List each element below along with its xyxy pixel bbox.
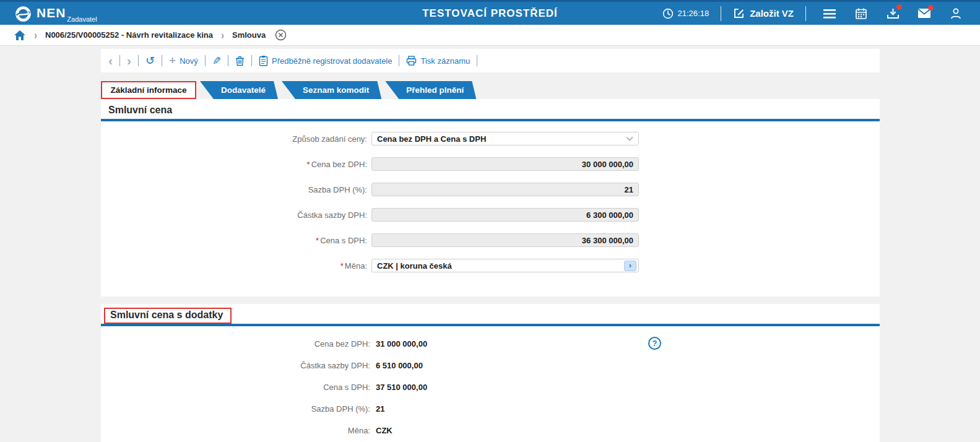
refresh-button[interactable]: ↺ xyxy=(145,55,155,66)
form-row-castka-sazby-dph: Částka sazby DPH: 6 300 000,00 xyxy=(101,208,880,222)
tab-dodavatele[interactable]: Dodavatelé xyxy=(200,81,278,99)
field-label: Měna: xyxy=(345,261,367,271)
hamburger-icon xyxy=(823,8,836,19)
required-asterisk: * xyxy=(340,261,344,271)
mena-lookup-field[interactable]: CZK | koruna česká › xyxy=(371,259,639,272)
form-row-cena-s-dph: *Cena s DPH: 36 300 000,00 xyxy=(101,233,880,247)
readonly-row-cena-bez-dph: Cena bez DPH: 31 000 000,00 xyxy=(101,339,880,349)
sazba-dph-field: 21 xyxy=(371,183,639,196)
downloads-button[interactable] xyxy=(881,7,904,20)
close-tab-icon[interactable] xyxy=(275,29,287,41)
castka-sazby-dph-field: 6 300 000,00 xyxy=(371,208,639,222)
calendar-button[interactable] xyxy=(849,7,873,20)
home-icon[interactable] xyxy=(14,30,26,41)
section-title-smluvni-cena: Smluvní cena xyxy=(108,105,172,115)
field-value: 6 510 000,00 xyxy=(376,361,423,370)
user-profile-button[interactable] xyxy=(944,7,968,20)
form-row-sazba-dph: Sazba DPH (%): 21 xyxy=(101,183,880,196)
refresh-icon: ↺ xyxy=(145,55,155,66)
create-vz-button[interactable]: Založit VZ xyxy=(733,7,794,19)
tab-zakladni-informace[interactable]: Základní informace xyxy=(101,81,196,99)
tab-bar: Základní informace Dodavatelé Seznam kom… xyxy=(101,81,880,99)
breadcrumb-item-smlouva[interactable]: Smlouva xyxy=(232,30,266,40)
cena-bez-dph-field: 30 000 000,00 xyxy=(371,157,639,171)
readonly-row-castka-sazby-dph: Částka sazby DPH: 6 510 000,00 xyxy=(101,360,880,370)
plus-icon: + xyxy=(169,56,176,66)
printer-icon xyxy=(406,56,417,66)
cena-s-dph-field: 36 300 000,00 xyxy=(371,233,639,247)
trash-icon xyxy=(235,56,245,66)
divider xyxy=(805,6,806,21)
messages-button[interactable] xyxy=(913,8,936,19)
tab-seznam-komodit[interactable]: Seznam komodit xyxy=(282,81,381,99)
app-subtitle: Zadavatel xyxy=(67,15,97,23)
divider xyxy=(721,6,721,21)
field-label: Cena s DPH: xyxy=(101,383,370,392)
top-header-bar: NEN Zadavatel TESTOVACÍ PROSTŘEDÍ 21:26:… xyxy=(0,0,980,25)
form-row-zpusob-zadani: Způsob zadání ceny: Cena bez DPH a Cena … xyxy=(101,132,880,145)
breadcrumb: › N006/25/V00005252 - Návrh revitalizace… xyxy=(0,25,980,46)
session-time: 21:26:18 xyxy=(662,8,709,19)
previous-record-button[interactable]: ‹ xyxy=(108,55,113,66)
menu-button[interactable] xyxy=(818,8,841,19)
field-label: Způsob zadání ceny: xyxy=(292,134,367,144)
required-asterisk: * xyxy=(307,160,310,169)
delete-button[interactable] xyxy=(235,56,245,66)
page-body: ‹ › ↺ + Nový ✎ Předběžn xyxy=(0,49,980,442)
help-icon[interactable]: ? xyxy=(648,337,661,350)
breadcrumb-item-procedure[interactable]: N006/25/V00005252 - Návrh revitalizace k… xyxy=(45,30,213,40)
nen-logo[interactable]: NEN Zadavatel xyxy=(0,5,210,22)
new-record-button[interactable]: + Nový xyxy=(169,56,198,66)
nen-logo-icon xyxy=(15,6,32,22)
clipboard-icon xyxy=(259,55,268,66)
print-record-button[interactable]: Tisk záznamu xyxy=(406,56,470,66)
open-lookup-button[interactable]: › xyxy=(624,261,636,271)
section-title-smluvni-cena-s-dodatky: Smluvní cena s dodatky xyxy=(104,308,232,324)
record-toolbar: ‹ › ↺ + Nový ✎ Předběžn xyxy=(101,49,880,72)
preregister-supplier-button[interactable]: Předběžně registrovat dodavatele xyxy=(259,55,392,66)
download-notification-badge xyxy=(896,4,902,10)
field-label: Částka sazby DPH: xyxy=(297,210,367,220)
field-label: Částka sazby DPH: xyxy=(101,361,370,370)
field-label: Cena bez DPH: xyxy=(101,339,370,349)
section-smluvni-cena: Smluvní cena Způsob zadání ceny: Cena be… xyxy=(101,99,880,297)
clock-icon xyxy=(662,8,674,19)
edit-square-icon xyxy=(733,7,745,19)
session-time-value: 21:26:18 xyxy=(678,9,709,18)
form-row-mena: *Měna: CZK | koruna česká › xyxy=(101,259,880,272)
field-label: Měna: xyxy=(101,426,370,435)
section-smluvni-cena-s-dodatky: Smluvní cena s dodatky ? Cena bez DPH: 3… xyxy=(101,304,880,442)
next-record-button[interactable]: › xyxy=(127,55,131,66)
app-title: NEN xyxy=(37,5,66,21)
chevron-down-icon xyxy=(626,136,633,141)
field-value: 37 510 000,00 xyxy=(376,383,427,392)
pencil-icon: ✎ xyxy=(212,54,221,67)
tab-prehled-plneni[interactable]: Přehled plnění xyxy=(385,81,476,99)
calendar-icon xyxy=(855,7,867,20)
field-label: Sazba DPH (%): xyxy=(308,185,367,194)
edit-button[interactable]: ✎ xyxy=(212,54,221,67)
zpusob-zadani-ceny-select[interactable]: Cena bez DPH a Cena s DPH xyxy=(371,132,639,145)
field-label: Cena s DPH: xyxy=(320,236,367,245)
readonly-row-sazba-dph: Sazba DPH (%): 21 xyxy=(101,404,880,414)
field-value: 31 000 000,00 xyxy=(376,339,427,349)
chevron-right-icon: › xyxy=(34,28,37,41)
mail-notification-badge xyxy=(928,5,934,11)
field-value: 21 xyxy=(376,404,384,414)
readonly-row-mena: Měna: CZK xyxy=(101,425,880,435)
person-icon xyxy=(950,7,962,20)
form-row-cena-bez-dph: *Cena bez DPH: 30 000 000,00 xyxy=(101,157,880,171)
readonly-row-cena-s-dph: Cena s DPH: 37 510 000,00 xyxy=(101,382,880,392)
chevron-right-icon: › xyxy=(221,28,224,41)
field-value: CZK xyxy=(376,426,392,435)
required-asterisk: * xyxy=(316,236,319,245)
field-label: Cena bez DPH: xyxy=(311,160,367,169)
field-label: Sazba DPH (%): xyxy=(101,404,370,414)
